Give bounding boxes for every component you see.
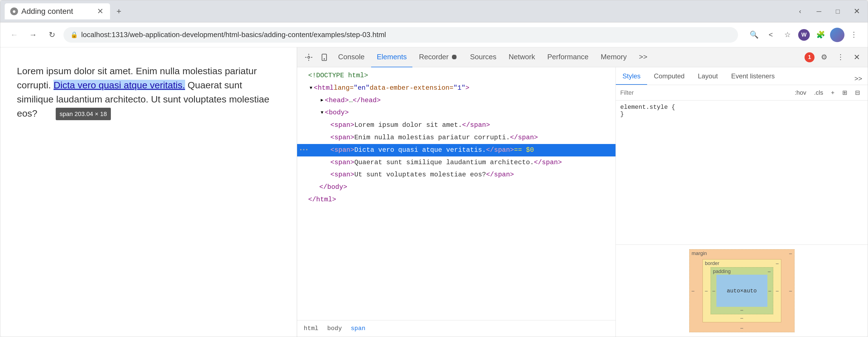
devtools-panel: Console Elements Recorder ⏺ Sources Netw…	[297, 47, 868, 337]
element-style-close: }	[620, 111, 863, 118]
scroll-tabs-left-button[interactable]: ‹	[794, 5, 807, 18]
minimize-button[interactable]: ─	[812, 5, 826, 18]
html-tag-close: >	[465, 82, 469, 94]
devtools-more-actions: 1 ⚙ ⋮ ✕	[805, 50, 863, 65]
filter-actions: :hov .cls + ⊞ ⊟	[792, 88, 863, 98]
tab-memory[interactable]: Memory	[595, 47, 632, 67]
tab-recorder[interactable]: Recorder ⏺	[413, 47, 463, 67]
span5-open: <span>	[330, 169, 354, 180]
tab-network-label: Network	[508, 53, 535, 61]
footer-tag-body[interactable]: body	[325, 325, 344, 333]
doctype-line[interactable]: <!DOCTYPE html>	[297, 69, 616, 82]
computed-sidebar-button[interactable]: ⊟	[851, 88, 863, 98]
browser-tab[interactable]: ● Adding content ✕	[5, 3, 110, 20]
tab-sources-label: Sources	[470, 53, 496, 61]
filter-input[interactable]	[620, 89, 789, 96]
tab-elements[interactable]: Elements	[371, 47, 412, 67]
page-content: Lorem ipsum dolor sit amet. Enim nulla m…	[0, 47, 297, 337]
elements-footer: html body span	[297, 320, 616, 337]
html-close-line[interactable]: </html>	[297, 194, 616, 206]
body-close-line[interactable]: </body>	[297, 181, 616, 194]
content-area: Lorem ipsum dolor sit amet. Enim nulla m…	[0, 47, 868, 337]
span5-line[interactable]: <span>Ut sunt voluptates molestiae eos?<…	[297, 169, 616, 181]
tab-styles-label: Styles	[622, 72, 641, 80]
bookmark-button[interactable]: ☆	[780, 28, 795, 42]
add-style-button[interactable]: +	[828, 88, 838, 98]
box-model: margin – – – – border – –	[689, 249, 795, 332]
share-button[interactable]: <	[764, 28, 778, 42]
padding-dash-right: –	[768, 288, 771, 294]
class-button[interactable]: .cls	[811, 88, 827, 98]
tab-close-button[interactable]: ✕	[96, 7, 104, 16]
devtools-more-button[interactable]: ⋮	[833, 50, 848, 65]
html-lang-value: "en"	[353, 82, 370, 94]
highlighted-text: Dicta vero quasi atque veritatis.	[54, 80, 185, 90]
span4-close: </span>	[534, 157, 562, 168]
tab-more[interactable]: >>	[633, 47, 653, 67]
margin-dash-tr: –	[789, 250, 792, 257]
html-open-line[interactable]: ▼ <html lang="en" data-ember-extension="…	[297, 82, 616, 94]
maximize-button[interactable]: □	[831, 5, 844, 18]
span2-line[interactable]: <span>Enim nulla molestias pariatur corr…	[297, 132, 616, 144]
tab-recorder-label: Recorder ⏺	[419, 53, 458, 61]
device-toggle-button[interactable]	[317, 50, 332, 65]
devtools-close-button[interactable]: ✕	[850, 51, 863, 64]
inspect-element-button[interactable]	[302, 50, 316, 65]
more-button[interactable]: ⋮	[847, 28, 861, 42]
span1-close: </span>	[462, 120, 490, 131]
window-controls: ‹ ─ □ ✕	[794, 5, 863, 18]
doctype-text: <!DOCTYPE html>	[308, 70, 368, 81]
span1-line[interactable]: <span>Lorem ipsum dolor sit amet.</span>	[297, 119, 616, 132]
span1-open: <span>	[330, 120, 354, 131]
tab-event-listeners-label: Event listeners	[731, 72, 775, 80]
tab-sources[interactable]: Sources	[464, 47, 502, 67]
nav-actions: 🔍 < ☆ W 🧩 ⋮	[747, 28, 861, 42]
extensions-button[interactable]: 🧩	[813, 28, 828, 42]
html-data-value: "1"	[454, 82, 465, 94]
settings-button[interactable]: ⚙	[817, 50, 831, 65]
back-button[interactable]: ←	[7, 28, 21, 42]
footer-tag-html[interactable]: html	[302, 325, 321, 333]
tab-computed[interactable]: Computed	[647, 68, 691, 85]
style-rules: element.style { }	[616, 101, 868, 244]
forward-button[interactable]: →	[26, 28, 40, 42]
address-bar[interactable]: 🔒 localhost:1313/web-application-develop…	[63, 27, 738, 43]
selector-text: element.style {	[620, 104, 675, 111]
elements-content: <!DOCTYPE html> ▼ <html lang="en" data-e…	[297, 67, 616, 320]
span4-line[interactable]: <span>Quaerat sunt similique laudantium …	[297, 157, 616, 169]
head-triangle[interactable]: ▶	[319, 97, 325, 104]
hover-button[interactable]: :hov	[792, 88, 810, 98]
styles-more-button[interactable]: >>	[851, 72, 866, 85]
padding-dash-bottom: –	[740, 307, 743, 313]
head-line[interactable]: ▶ <head> … </head>	[297, 94, 616, 107]
tab-network[interactable]: Network	[503, 47, 540, 67]
span3-pseudo: == $0	[514, 144, 534, 156]
error-count: 1	[808, 54, 811, 60]
profile-button[interactable]: W	[797, 28, 811, 42]
body-open-line[interactable]: ▼ <body>	[297, 107, 616, 119]
html-triangle[interactable]: ▼	[308, 85, 314, 92]
search-button[interactable]: 🔍	[747, 28, 761, 42]
margin-dash-right: –	[789, 288, 792, 294]
tab-console[interactable]: Console	[333, 47, 370, 67]
profile-avatar-button[interactable]	[830, 28, 844, 42]
tab-performance[interactable]: Performance	[542, 47, 594, 67]
devtools-body: <!DOCTYPE html> ▼ <html lang="en" data-e…	[297, 67, 868, 337]
close-button[interactable]: ✕	[850, 5, 863, 18]
box-model-container: margin – – – – border – –	[616, 244, 868, 337]
force-state-button[interactable]: ⊞	[839, 88, 850, 98]
tab-event-listeners[interactable]: Event listeners	[724, 68, 781, 85]
span4-text: Quaerat sunt similique laudantium archit…	[354, 157, 534, 168]
span5-text: Ut sunt voluptates molestiae eos?	[354, 169, 486, 180]
reload-button[interactable]: ↻	[44, 28, 59, 42]
tab-styles[interactable]: Styles	[616, 68, 647, 85]
lock-icon: 🔒	[70, 31, 78, 38]
new-tab-button[interactable]: +	[112, 5, 126, 18]
tab-layout[interactable]: Layout	[691, 68, 724, 85]
body-triangle[interactable]: ▼	[319, 109, 325, 116]
element-style-block: element.style { }	[620, 104, 863, 118]
footer-tag-span[interactable]: span	[349, 325, 368, 333]
span3-line[interactable]: ••• <span>Dicta vero quasi atque veritat…	[297, 144, 616, 157]
span4-open: <span>	[330, 157, 354, 168]
margin-dash-bottom: –	[740, 325, 743, 331]
